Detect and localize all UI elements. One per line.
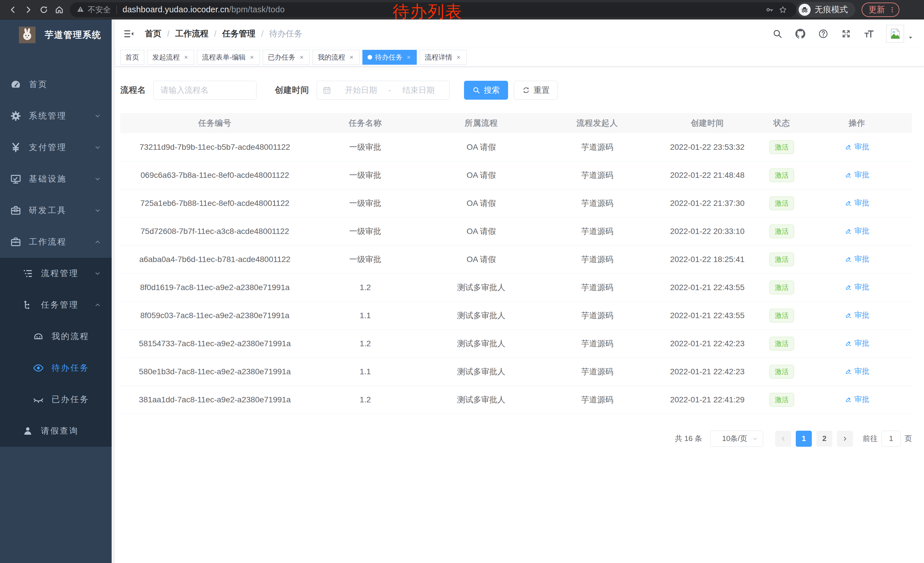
browser-back-icon[interactable] xyxy=(5,2,21,18)
help-icon[interactable] xyxy=(818,28,829,39)
browser-menu-dots-icon[interactable] xyxy=(888,6,896,14)
tab-close-icon[interactable] xyxy=(249,54,255,60)
date-range-picker[interactable]: 开始日期 - 结束日期 xyxy=(316,81,450,100)
eye-open-icon xyxy=(32,362,45,374)
approve-link[interactable]: 审批 xyxy=(845,170,869,180)
sidebar-item-workflow[interactable]: 工作流程 xyxy=(0,226,112,258)
sidebar-item-label: 基础设施 xyxy=(29,173,67,185)
cell-action: 审批 xyxy=(802,217,912,245)
browser-home-icon[interactable] xyxy=(51,2,67,18)
breadcrumb-item[interactable]: 首页 xyxy=(145,28,162,39)
header-search-icon[interactable] xyxy=(772,28,783,39)
sidebar-item-label: 请假查询 xyxy=(41,425,79,437)
toolbox-icon xyxy=(9,204,22,217)
tab-流程表单-编辑[interactable]: 流程表单-编辑 xyxy=(197,50,260,65)
sidebar-collapse-icon[interactable] xyxy=(123,27,135,40)
tab-close-icon[interactable] xyxy=(349,54,354,60)
approve-link[interactable]: 审批 xyxy=(845,142,869,152)
sidebar-item-leave-query[interactable]: 请假查询 xyxy=(0,415,112,447)
approve-link[interactable]: 审批 xyxy=(845,310,869,320)
search-button[interactable]: 搜索 xyxy=(464,81,508,100)
page-button-2[interactable]: 2 xyxy=(816,431,832,447)
process-name-label: 流程名 xyxy=(120,84,146,96)
browser-update-button[interactable]: 更新 xyxy=(862,3,899,17)
prev-page-button[interactable] xyxy=(775,431,791,447)
sidebar: 芋道管理系统 首页系统管理支付管理基础设施研发工具工作流程流程管理任务管理我的流… xyxy=(0,20,112,563)
github-icon[interactable] xyxy=(795,28,806,39)
incognito-badge: 无痕模式 xyxy=(796,2,855,18)
sidebar-item-my-process[interactable]: 我的流程 xyxy=(0,321,112,352)
tab-首页[interactable]: 首页 xyxy=(120,50,144,65)
sidebar-item-task-mgmt[interactable]: 任务管理 xyxy=(0,289,112,321)
font-size-icon[interactable] xyxy=(863,28,875,39)
approve-link[interactable]: 审批 xyxy=(845,198,869,208)
sidebar-item-label: 首页 xyxy=(29,79,48,90)
cell-process: 测试多审批人 xyxy=(421,302,541,330)
cell-task-id: 58154733-7ac8-11ec-a9e2-a2380e71991a xyxy=(120,330,309,358)
sidebar-scrollbar[interactable] xyxy=(112,20,115,563)
content: 流程名 创建时间 开始日期 - 结束日期 搜索 重 xyxy=(115,66,924,563)
fullscreen-icon[interactable] xyxy=(840,28,852,39)
reset-button[interactable]: 重置 xyxy=(514,81,558,100)
approve-link[interactable]: 审批 xyxy=(845,226,869,236)
approve-link[interactable]: 审批 xyxy=(845,338,869,348)
bookmark-star-icon[interactable] xyxy=(776,3,789,17)
sidebar-item-done-task[interactable]: 已办任务 xyxy=(0,384,112,415)
app-logo-row[interactable]: 芋道管理系统 xyxy=(0,20,112,50)
password-key-icon[interactable] xyxy=(763,3,776,17)
status-badge: 激活 xyxy=(770,337,794,350)
tab-close-icon[interactable] xyxy=(456,54,461,60)
cell-initiator: 芋道源码 xyxy=(541,217,653,245)
breadcrumb-item[interactable]: 任务管理 xyxy=(222,28,255,39)
breadcrumb: 首页/工作流程/任务管理/待办任务 xyxy=(145,28,302,39)
goto-unit: 页 xyxy=(904,434,912,444)
avatar-caret-down-icon[interactable] xyxy=(908,35,914,41)
sidebar-item-home[interactable]: 首页 xyxy=(0,69,112,100)
approve-link[interactable]: 审批 xyxy=(845,282,869,292)
cell-action: 审批 xyxy=(802,386,912,414)
avatar[interactable] xyxy=(886,25,904,43)
next-page-button[interactable] xyxy=(837,431,853,447)
sidebar-item-system[interactable]: 系统管理 xyxy=(0,100,112,132)
tab-待办任务[interactable]: 待办任务 xyxy=(362,50,417,65)
tab-已办任务[interactable]: 已办任务 xyxy=(263,50,310,65)
create-time-label: 创建时间 xyxy=(275,84,309,96)
cell-task-name: 一级审批 xyxy=(309,133,421,161)
cell-initiator: 芋道源码 xyxy=(541,161,653,189)
date-end-placeholder[interactable]: 结束日期 xyxy=(393,85,444,96)
edit-pen-icon xyxy=(845,312,855,319)
security-warning-icon[interactable] xyxy=(77,6,84,14)
sidebar-item-devtools[interactable]: 研发工具 xyxy=(0,195,112,226)
tab-close-icon[interactable] xyxy=(299,54,304,60)
address-bar[interactable]: 不安全 dashboard.yudao.iocoder.cn/bpm/task/… xyxy=(70,2,796,17)
page-size-select[interactable]: 10条/页 xyxy=(710,431,763,447)
cell-task-id: a6aba0a4-7b6d-11ec-b781-acde48001122 xyxy=(120,245,309,273)
tab-发起流程[interactable]: 发起流程 xyxy=(147,50,194,65)
tab-流程详情[interactable]: 流程详情 xyxy=(420,50,466,65)
cell-initiator: 芋道源码 xyxy=(541,273,653,302)
tab-close-icon[interactable] xyxy=(406,54,412,60)
sidebar-item-payment[interactable]: 支付管理 xyxy=(0,132,112,163)
date-start-placeholder[interactable]: 开始日期 xyxy=(336,85,386,96)
browser-forward-icon[interactable] xyxy=(21,2,36,18)
cell-action: 审批 xyxy=(802,189,912,217)
sidebar-item-infra[interactable]: 基础设施 xyxy=(0,163,112,195)
sidebar-item-process-mgmt[interactable]: 流程管理 xyxy=(0,258,112,289)
sidebar-item-todo-task[interactable]: 待办任务 xyxy=(0,352,112,384)
chevron-down-icon xyxy=(94,207,101,214)
process-name-input[interactable] xyxy=(153,81,256,100)
browser-reload-icon[interactable] xyxy=(36,2,51,18)
page-button-1[interactable]: 1 xyxy=(796,431,812,447)
cell-task-id: 73211d9d-7b9b-11ec-b5b7-acde48001122 xyxy=(120,133,309,161)
cell-task-id: 75d72608-7b7f-11ec-a3c8-acde48001122 xyxy=(120,217,309,245)
tab-我的流程[interactable]: 我的流程 xyxy=(313,50,360,65)
goto-page-input[interactable] xyxy=(882,431,900,447)
table-row: 725a1eb6-7b88-11ec-8ef0-acde48001122一级审批… xyxy=(120,189,912,217)
approve-link[interactable]: 审批 xyxy=(845,394,869,404)
breadcrumb-item[interactable]: 工作流程 xyxy=(175,28,208,39)
chevron-left-icon xyxy=(780,435,787,442)
approve-link[interactable]: 审批 xyxy=(845,366,869,376)
tab-close-icon[interactable] xyxy=(183,54,189,60)
approve-link[interactable]: 审批 xyxy=(845,254,869,264)
cell-task-id: 580e1b3d-7ac8-11ec-a9e2-a2380e71991a xyxy=(120,358,309,386)
